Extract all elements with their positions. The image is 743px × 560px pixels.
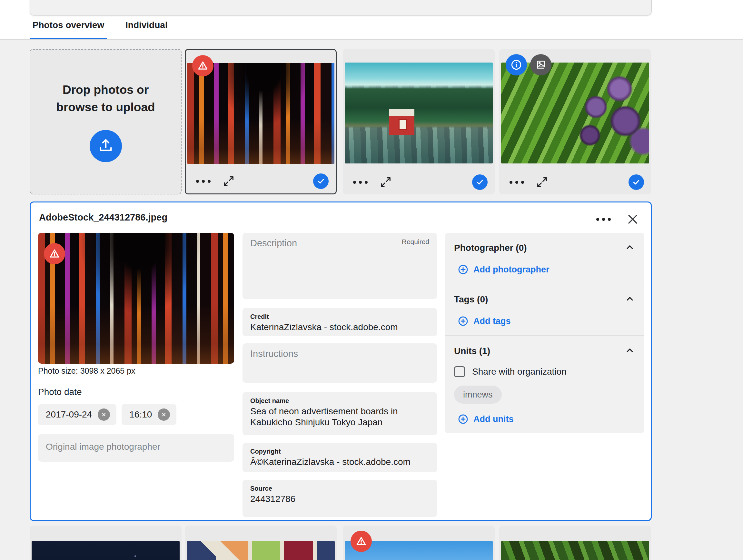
time-chip-value: 16:10 (129, 410, 152, 420)
close-icon[interactable] (626, 212, 640, 226)
red-cabin-shape (389, 109, 414, 135)
upload-icon (97, 137, 114, 155)
more-options-button[interactable] (352, 179, 368, 186)
add-photographer-button[interactable]: Add photographer (457, 264, 549, 275)
share-with-organization-row[interactable]: Share with organization (454, 366, 635, 377)
expand-icon[interactable] (379, 176, 392, 189)
photo-dropzone[interactable]: Drop photos or browse to upload (30, 49, 182, 194)
photographer-title: Photographer (0) (454, 243, 527, 253)
top-toolbar-cutoff (30, 0, 652, 15)
photo-lake-red-cabin[interactable] (345, 62, 493, 164)
photo-card-plums[interactable] (499, 49, 651, 194)
warning-badge (44, 243, 65, 264)
detail-filename: AdobeStock_244312786.jpeg (39, 212, 167, 223)
photo-detail-panel: AdobeStock_244312786.jpeg Photo size: 30… (30, 201, 652, 521)
selected-check-button[interactable] (313, 174, 329, 189)
photo-fruit-boxes[interactable] (187, 541, 335, 560)
credit-label: Credit (250, 313, 429, 321)
unit-chip-imnews[interactable]: imnews (454, 385, 502, 404)
units-section-header[interactable]: Units (1) (454, 345, 635, 357)
card-footer (195, 173, 329, 190)
remove-date-icon[interactable] (98, 409, 110, 421)
description-field[interactable]: Description Required (243, 233, 437, 299)
copyright-field[interactable]: Copyright Â©KaterinaZizlavska - stock.ad… (243, 442, 437, 472)
expand-icon[interactable] (222, 175, 235, 188)
original-photographer-input[interactable]: Original image photographer (38, 434, 234, 462)
units-title: Units (1) (454, 346, 490, 356)
share-with-organization-label: Share with organization (472, 367, 567, 377)
photo-date-label: Photo date (38, 387, 82, 397)
copyright-label: Copyright (250, 448, 429, 455)
credit-field[interactable]: Credit KaterinaZizlavska - stock.adobe.c… (243, 308, 437, 336)
credit-value: KaterinaZizlavska - stock.adobe.com (250, 322, 429, 333)
tags-section: Tags (0) Add tags (445, 284, 644, 335)
dropzone-title: Drop photos or browse to upload (52, 81, 159, 116)
detail-photo-preview[interactable] (38, 233, 234, 364)
tab-photos-overview[interactable]: Photos overview (30, 20, 107, 30)
tags-title: Tags (0) (454, 294, 488, 305)
upload-button[interactable] (90, 130, 122, 162)
remove-time-icon[interactable] (158, 409, 170, 421)
card-footer (352, 174, 488, 191)
tab-individual[interactable]: Individual (125, 20, 168, 30)
object-name-value: Sea of neon advertisement boards in Kabu… (250, 406, 429, 428)
info-badge (506, 54, 527, 76)
photo-card-apple-tree[interactable] (499, 525, 651, 560)
card-footer (509, 174, 644, 191)
photo-card-night-sky[interactable] (30, 525, 182, 560)
photo-apple-tree[interactable] (501, 541, 649, 560)
units-section: Units (1) Share with organization imnews… (445, 336, 644, 433)
copyright-value: Â©KaterinaZizlavska - stock.adobe.com (250, 457, 429, 467)
object-name-label: Object name (250, 397, 429, 405)
share-with-organization-checkbox[interactable] (454, 366, 465, 377)
photo-date-chips: 2017-09-24 16:10 (38, 404, 176, 425)
detail-actions (596, 212, 640, 226)
photo-size-text: Photo size: 3098 x 2065 px (38, 366, 135, 376)
add-units-button[interactable]: Add units (457, 413, 513, 425)
photo-night-sky[interactable] (32, 541, 180, 560)
time-chip[interactable]: 16:10 (122, 404, 176, 425)
source-field[interactable]: Source 244312786 (243, 480, 437, 517)
add-tags-label: Add tags (473, 316, 511, 326)
tags-section-header[interactable]: Tags (0) (454, 293, 635, 306)
description-placeholder: Description (250, 238, 297, 248)
photo-card-fruit-boxes[interactable] (185, 525, 337, 560)
required-label: Required (402, 238, 429, 246)
selected-check-button[interactable] (472, 175, 488, 190)
detail-more-options-button[interactable] (596, 216, 611, 223)
photo-card-tokyo[interactable] (185, 49, 337, 194)
photographer-section-header[interactable]: Photographer (0) (454, 242, 635, 254)
expand-icon[interactable] (536, 176, 549, 189)
photo-card-mountains[interactable] (343, 525, 495, 560)
chevron-up-icon[interactable] (624, 345, 635, 357)
warning-badge (351, 531, 372, 552)
photo-plums-on-branch[interactable] (501, 62, 649, 164)
photographer-section: Photographer (0) Add photographer (445, 233, 644, 284)
source-value: 244312786 (250, 494, 429, 505)
photo-tokyo-neon-street[interactable] (187, 63, 335, 164)
selected-check-button[interactable] (628, 175, 644, 190)
date-chip-value: 2017-09-24 (46, 410, 92, 420)
date-chip[interactable]: 2017-09-24 (38, 404, 117, 425)
tab-bar: Photos overview Individual (0, 20, 743, 40)
warning-badge (192, 55, 214, 77)
object-name-field[interactable]: Object name Sea of neon advertisement bo… (243, 392, 437, 435)
instructions-field[interactable]: Instructions (243, 343, 437, 383)
more-options-button[interactable] (195, 178, 211, 185)
add-tags-button[interactable]: Add tags (457, 315, 511, 327)
photo-card-lake-cabin[interactable] (343, 49, 495, 194)
instructions-placeholder: Instructions (250, 348, 298, 359)
chevron-up-icon[interactable] (624, 242, 635, 254)
more-options-button[interactable] (509, 179, 525, 186)
chevron-up-icon[interactable] (624, 293, 635, 306)
add-photographer-label: Add photographer (473, 265, 549, 275)
add-units-label: Add units (473, 414, 513, 424)
metadata-side-panel: Photographer (0) Add photographer Tags (… (445, 233, 644, 433)
source-label: Source (250, 485, 429, 492)
image-badge (530, 54, 552, 76)
